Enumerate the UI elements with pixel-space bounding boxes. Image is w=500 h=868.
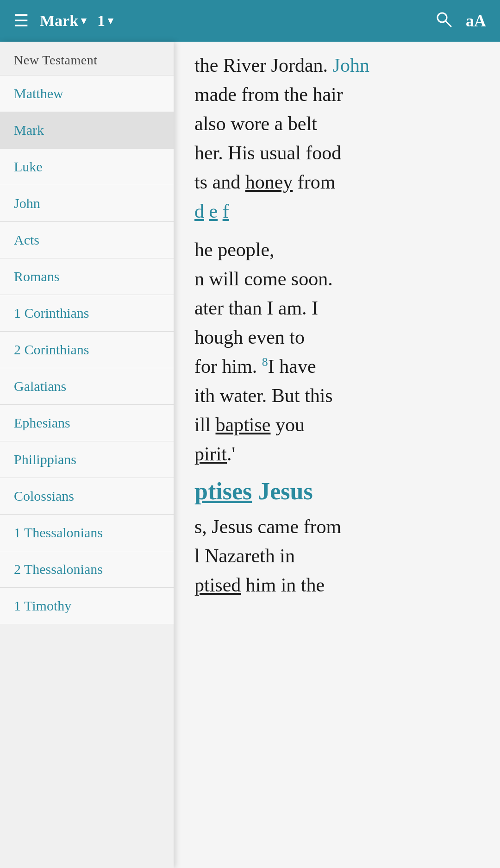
sidebar-item-colossians[interactable]: Colossians <box>0 478 174 514</box>
sidebar-item-acts[interactable]: Acts <box>0 221 174 258</box>
footnote-d[interactable]: d <box>194 201 204 222</box>
bible-line-8: ater than I am. I <box>194 294 481 323</box>
sidebar-item-1timothy[interactable]: 1 Timothy <box>0 587 174 624</box>
bible-line-5: ts and honey from <box>194 168 481 197</box>
chapter-label: 1 <box>97 12 105 30</box>
verse-number-8: 8 <box>262 355 268 369</box>
bible-line-3: also wore a belt <box>194 109 481 138</box>
bible-line-6: he people, <box>194 235 481 264</box>
testament-section-header: New Testament <box>0 42 174 75</box>
sidebar-item-luke[interactable]: Luke <box>0 148 174 185</box>
book-dropdown-arrow: ▾ <box>81 15 86 27</box>
sidebar-item-galatians[interactable]: Galatians <box>0 368 174 404</box>
section-heading: ptises Jesus <box>194 473 481 509</box>
bible-line-12: ill baptise you <box>194 410 481 440</box>
sidebar-item-1thessalonians[interactable]: 1 Thessalonians <box>0 514 174 551</box>
sidebar-item-1corinthians[interactable]: 1 Corinthians <box>0 295 174 331</box>
hamburger-icon[interactable]: ☰ <box>14 13 29 29</box>
sidebar-item-philippians[interactable]: Philippians <box>0 441 174 478</box>
bible-line-10: for him. 8I have <box>194 352 481 381</box>
chapter-dropdown-arrow: ▾ <box>108 15 113 27</box>
bible-line-1: the River Jordan. John <box>194 51 481 80</box>
bible-line-7: n will come soon. <box>194 264 481 294</box>
bible-line-4: her. His usual food <box>194 138 481 168</box>
font-size-icon[interactable]: aA <box>466 11 486 31</box>
sidebar-item-2thessalonians[interactable]: 2 Thessalonians <box>0 551 174 587</box>
bible-line-2: made from the hair <box>194 80 481 109</box>
sidebar-item-john[interactable]: John <box>0 185 174 221</box>
app-header: ☰ Mark ▾ 1 ▾ aA <box>0 0 500 42</box>
header-right: aA <box>435 11 486 31</box>
book-label: Mark <box>40 12 78 30</box>
header-left: ☰ Mark ▾ 1 ▾ <box>14 12 435 30</box>
book-list: Matthew Mark Luke John Acts Romans 1 Cor… <box>0 75 174 624</box>
bible-line-16: ptised him in the <box>194 571 481 600</box>
bible-line-9: hough even to <box>194 323 481 352</box>
sidebar-item-mark[interactable]: Mark <box>0 112 174 148</box>
footnote-e[interactable]: e <box>209 201 218 222</box>
svg-line-1 <box>445 21 451 26</box>
sidebar-item-romans[interactable]: Romans <box>0 258 174 295</box>
sidebar-item-ephesians[interactable]: Ephesians <box>0 404 174 441</box>
book-navigation-panel: New Testament Matthew Mark Luke John Act… <box>0 42 174 868</box>
book-selector[interactable]: Mark ▾ <box>40 12 86 30</box>
search-icon[interactable] <box>435 11 452 31</box>
footnote-f[interactable]: f <box>223 201 229 222</box>
bible-line-15: l Nazareth in <box>194 541 481 571</box>
bible-line-11: ith water. But this <box>194 381 481 410</box>
sidebar-item-matthew[interactable]: Matthew <box>0 75 174 112</box>
chapter-selector[interactable]: 1 ▾ <box>97 12 113 30</box>
sidebar-item-2corinthians[interactable]: 2 Corinthians <box>0 331 174 368</box>
footnote-links[interactable]: d e f <box>194 197 481 226</box>
bible-line-14: s, Jesus came from <box>194 512 481 541</box>
bible-line-13: pirit.' <box>194 440 481 469</box>
